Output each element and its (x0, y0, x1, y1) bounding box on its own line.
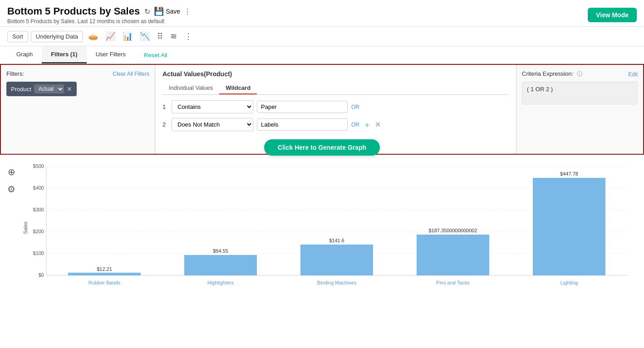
more-options-button[interactable]: ⋮ (184, 7, 191, 16)
criteria-info-icon: ⓘ (577, 71, 582, 77)
svg-text:$200: $200 (33, 229, 44, 234)
tab-filters[interactable]: Filters (1) (42, 46, 87, 64)
criteria-label-text: Criteria Expression: (522, 70, 573, 77)
chart-wrap: Sales $0 $100 $200 $300 $400 $500 (19, 162, 637, 303)
chart-more-options[interactable]: ⋮ (182, 30, 195, 42)
tab-graph[interactable]: Graph (7, 46, 42, 64)
toolbar: Sort Underlying Data 🥧 📈 📊 📉 ⠿ ≋ ⋮ (0, 27, 644, 46)
filter-condition-select-2[interactable]: Does Not Match Contains Starts With Ends… (172, 118, 253, 131)
save-button[interactable]: 💾 Save (154, 6, 180, 16)
svg-text:$400: $400 (33, 185, 44, 191)
sort-button[interactable]: Sort (7, 31, 28, 42)
filters-label: Filters: (6, 70, 24, 77)
bar-binding-machines[interactable] (300, 245, 373, 275)
svg-text:Binding Machines: Binding Machines (317, 280, 357, 285)
filter-connector-1[interactable]: OR (351, 104, 359, 110)
svg-text:$12.21: $12.21 (97, 266, 112, 272)
tabs: Graph Filters (1) User Filters Reset All (0, 46, 644, 64)
subtab-individual-values[interactable]: Individual Values (162, 82, 219, 94)
view-mode-button[interactable]: View Mode (588, 8, 637, 22)
filter-condition-select-1[interactable]: Contains Does Not Match Starts With Ends… (172, 100, 253, 113)
filter-subtabs: Individual Values Wildcard (162, 82, 509, 95)
criteria-panel: Criteria Expression: ⓘ Edit ( 1 OR 2 ) (516, 65, 643, 154)
filter-value-input-1[interactable] (257, 101, 348, 113)
generate-graph-button[interactable]: Click Here to Generate Graph (264, 139, 380, 156)
filter-row-num-1: 1 (162, 103, 168, 110)
settings-icon[interactable]: ⚙ (7, 184, 15, 195)
filter-main-title: Actual Values(Product) (162, 70, 509, 78)
svg-text:$141.6: $141.6 (329, 238, 344, 243)
svg-text:Highlighters: Highlighters (207, 280, 234, 285)
header-title: Bottom 5 Products by Sales ↻ 💾 Save ⋮ (7, 5, 191, 17)
scatter-icon[interactable]: ⠿ (155, 30, 165, 42)
filter-chip-label: Product (11, 86, 31, 93)
filter-chip-close[interactable]: ✕ (67, 85, 72, 93)
filter-chip-select[interactable]: Actual (34, 84, 64, 93)
filter-chip-product: Product Actual ✕ (6, 82, 77, 96)
refresh-button[interactable]: ↻ (144, 7, 150, 16)
more-chart-icon[interactable]: ≋ (168, 30, 179, 42)
stacked-bar-icon[interactable]: 📉 (138, 30, 152, 42)
add-filter-row-button[interactable]: ＋ (363, 119, 371, 130)
save-label: Save (166, 8, 180, 15)
generate-btn-wrap: Click Here to Generate Graph (0, 155, 644, 162)
chart-container: ⊕ ⚙ Sales $0 $100 $200 $300 $400 $500 (0, 162, 644, 303)
subtab-wildcard[interactable]: Wildcard (219, 82, 257, 94)
svg-text:$100: $100 (33, 250, 44, 256)
criteria-label: Criteria Expression: ⓘ (522, 70, 582, 78)
filter-row-1: 1 Contains Does Not Match Starts With En… (162, 100, 509, 113)
criteria-expression-box: ( 1 OR 2 ) (522, 82, 638, 104)
header: Bottom 5 Products by Sales ↻ 💾 Save ⋮ Bo… (0, 0, 644, 27)
line-chart-icon[interactable]: 📈 (103, 30, 118, 42)
underlying-data-button[interactable]: Underlying Data (31, 31, 83, 42)
chart-left-actions: ⊕ ⚙ (7, 162, 19, 303)
svg-text:$300: $300 (33, 207, 44, 212)
save-icon: 💾 (154, 6, 164, 16)
filter-value-input-2[interactable] (257, 118, 348, 131)
reset-all-button[interactable]: Reset All (135, 47, 176, 63)
add-filter-icon[interactable]: ⊕ (8, 167, 15, 177)
y-axis-label: Sales (23, 221, 28, 234)
criteria-header: Criteria Expression: ⓘ Edit (522, 70, 638, 78)
remove-filter-row-button[interactable]: ✕ (375, 120, 381, 129)
tab-user-filters[interactable]: User Filters (87, 46, 135, 64)
header-left: Bottom 5 Products by Sales ↻ 💾 Save ⋮ Bo… (7, 5, 191, 25)
filter-connector-2: OR (351, 122, 359, 128)
filter-sidebar: Filters: Clear All Filters Product Actua… (1, 65, 155, 154)
filter-header: Filters: Clear All Filters (6, 70, 149, 77)
svg-text:Pins and Tacks: Pins and Tacks (436, 280, 470, 285)
pie-chart-icon[interactable]: 🥧 (86, 30, 100, 42)
filter-row-num-2: 2 (162, 121, 168, 128)
bar-rubber-bands[interactable] (68, 273, 141, 275)
svg-text:$447.78: $447.78 (560, 171, 578, 176)
clear-all-button[interactable]: Clear All Filters (113, 71, 149, 77)
bar-lighting[interactable] (533, 178, 605, 275)
svg-text:$94.55: $94.55 (213, 248, 228, 254)
bar-pins-and-tacks[interactable] (417, 235, 489, 275)
svg-text:$0: $0 (39, 272, 44, 278)
page-title: Bottom 5 Products by Sales (7, 5, 140, 17)
bar-chart-icon[interactable]: 📊 (120, 30, 135, 42)
svg-text:$500: $500 (33, 163, 44, 169)
header-actions: ↻ 💾 Save ⋮ (144, 6, 191, 16)
svg-text:Rubber Bands: Rubber Bands (88, 280, 121, 285)
bar-highlighters[interactable] (184, 255, 257, 275)
svg-text:$187.3500000000002: $187.3500000000002 (428, 228, 477, 233)
filter-rows: 1 Contains Does Not Match Starts With En… (162, 100, 509, 131)
criteria-edit-button[interactable]: Edit (628, 71, 638, 78)
chart-svg: Sales $0 $100 $200 $300 $400 $500 (19, 162, 637, 294)
filter-row-2: 2 Does Not Match Contains Starts With En… (162, 118, 509, 131)
header-subtitle: Bottom 5 Products by Sales. Last 12 mont… (7, 18, 191, 25)
svg-text:Lighting: Lighting (560, 280, 578, 285)
